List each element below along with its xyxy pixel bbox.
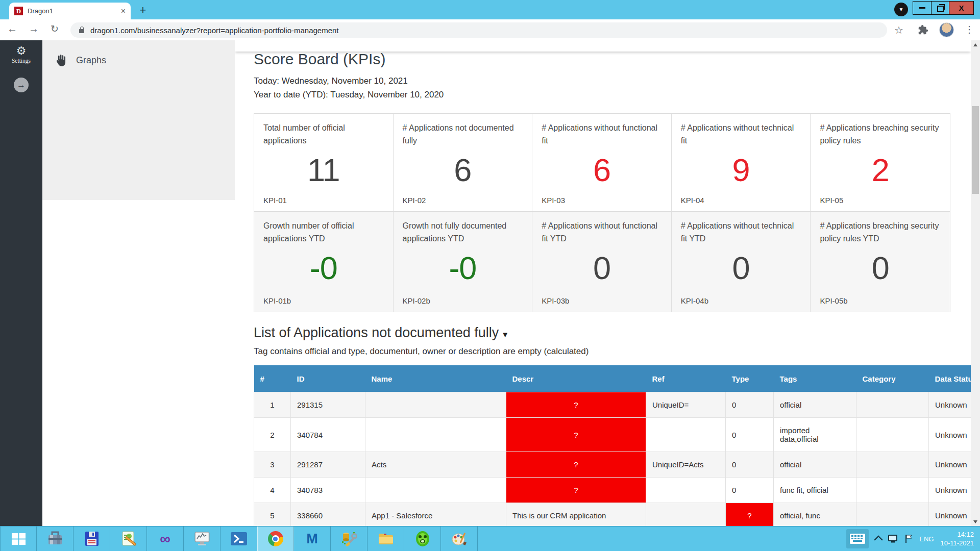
- applications-list-title[interactable]: List of Applications not documented full…: [254, 325, 509, 341]
- notepad-icon: [121, 531, 136, 547]
- table-cell: func fit, official: [774, 478, 856, 503]
- tab-title: Dragon1: [28, 7, 121, 15]
- display-tray-icon[interactable]: [888, 535, 898, 543]
- kpi-label: Growth not fully documented applications…: [403, 220, 523, 245]
- build-tools-icon: [341, 531, 357, 546]
- table-cell: 3: [254, 452, 291, 478]
- kpi-value: 6: [542, 152, 662, 188]
- kpi-label: # Applications breaching security policy…: [820, 122, 941, 147]
- column-header: Type: [726, 365, 774, 392]
- forward-button[interactable]: →: [29, 23, 39, 35]
- back-button[interactable]: ←: [7, 23, 17, 35]
- browser-tab[interactable]: D Dragon1 ×: [9, 3, 131, 19]
- minimize-icon: [919, 7, 925, 9]
- floppy-save-icon: [84, 531, 100, 546]
- kpi-code: KPI-05: [820, 196, 843, 205]
- kpi-code: KPI-02: [403, 196, 426, 205]
- taskbar-item-paint[interactable]: [441, 527, 478, 551]
- hidden-icons-chevron[interactable]: [874, 536, 883, 544]
- table-cell: 2: [254, 418, 291, 452]
- taskbar-item-file-explorer[interactable]: [368, 527, 404, 551]
- table-cell: 1: [254, 392, 291, 418]
- media-app-icon: [415, 531, 430, 547]
- expand-arrow-button[interactable]: →: [14, 78, 29, 92]
- url-text[interactable]: dragon1.com/businessanalyzer?report=appl…: [90, 26, 339, 35]
- kpi-card-kpi-01: Total number of official applications11K…: [254, 114, 394, 212]
- windows-start-icon: [11, 532, 26, 546]
- scrollbar-thumb[interactable]: [972, 106, 979, 194]
- column-header: #: [254, 365, 291, 392]
- scroll-up-button[interactable]: [971, 40, 980, 49]
- applications-table: #IDNameDescrRefTypeTagsCategoryData Stat…: [254, 365, 971, 526]
- column-header: Descr: [506, 365, 646, 392]
- table-cell: [365, 418, 506, 452]
- taskbar-item-save-tool[interactable]: [74, 527, 110, 551]
- new-tab-button[interactable]: +: [136, 4, 150, 17]
- scroll-up-icon: [973, 43, 977, 46]
- restore-button[interactable]: [931, 2, 949, 14]
- kpi-value: 11: [263, 152, 384, 188]
- table-cell: 338660: [291, 503, 365, 527]
- taskbar-item-powershell[interactable]: [220, 527, 257, 551]
- taskbar-item-build-tools[interactable]: [331, 527, 368, 551]
- lock-icon[interactable]: [79, 29, 84, 33]
- kpi-value: 0: [820, 249, 941, 286]
- taskbar-item-malwarebytes[interactable]: M: [294, 527, 331, 551]
- flag-tray-icon[interactable]: [904, 534, 913, 543]
- table-cell: Unknown: [929, 452, 971, 478]
- tab-close-icon[interactable]: ×: [121, 7, 126, 15]
- language-indicator[interactable]: ENG: [919, 535, 934, 543]
- kpi-grid: Total number of official applications11K…: [254, 113, 950, 312]
- today-date: Today: Wednesday, November 10, 2021: [254, 76, 408, 86]
- table-row: 4340783?0func fit, officialUnknown?...: [254, 478, 971, 503]
- extensions-puzzle-icon[interactable]: [918, 24, 928, 38]
- menu-item-graphs[interactable]: Graphs: [42, 40, 235, 67]
- table-header-row: #IDNameDescrRefTypeTagsCategoryData Stat…: [254, 365, 971, 392]
- kpi-code: KPI-02b: [403, 296, 430, 305]
- touch-keyboard-button[interactable]: [846, 529, 869, 548]
- page-scrollbar[interactable]: [971, 40, 980, 526]
- taskbar-item-chrome[interactable]: [257, 527, 294, 551]
- kpi-card-kpi-04: # Applications without technical fit9KPI…: [672, 114, 811, 212]
- visual-studio-icon: ∞: [160, 531, 170, 546]
- address-bar[interactable]: dragon1.com/businessanalyzer?report=appl…: [70, 22, 887, 38]
- table-cell: UniqueID=: [646, 392, 726, 418]
- table-cell: 340784: [291, 418, 365, 452]
- profile-avatar[interactable]: [939, 22, 954, 37]
- kpi-card-kpi-02: # Applications not documented fully6KPI-…: [394, 114, 533, 212]
- bookmark-star-icon[interactable]: ☆: [894, 24, 903, 36]
- scroll-down-button[interactable]: [971, 517, 980, 526]
- kpi-label: Growth number of official applications Y…: [263, 220, 384, 245]
- table-cell: [856, 392, 929, 418]
- taskbar-item-visual-studio[interactable]: ∞: [147, 527, 184, 551]
- kpi-label: # Applications without technical fit: [681, 122, 801, 147]
- start-button[interactable]: [0, 527, 37, 551]
- minimize-button[interactable]: [913, 2, 931, 14]
- toolbox-icon: [47, 531, 63, 546]
- taskbar-clock[interactable]: 14:12 10-11-2021: [940, 530, 974, 547]
- close-button[interactable]: X: [949, 2, 973, 14]
- kpi-card-kpi-02b: Growth not fully documented applications…: [394, 212, 533, 312]
- reload-button[interactable]: ↻: [51, 23, 59, 35]
- alert-cell: ?: [726, 503, 774, 527]
- column-header: Tags: [774, 365, 856, 392]
- tab-search-button[interactable]: ▼: [894, 3, 908, 16]
- sidebar-item-settings[interactable]: ⚙ Settings: [0, 40, 42, 64]
- taskbar-item-notepad[interactable]: [110, 527, 147, 551]
- column-header: Name: [365, 365, 506, 392]
- kpi-card-kpi-03: # Applications without functional fit6KP…: [532, 114, 672, 212]
- taskbar-item-toolbox[interactable]: [37, 527, 74, 551]
- report-main-area: Score Board (KPIs) Today: Wednesday, Nov…: [235, 40, 971, 526]
- kpi-card-kpi-01b: Growth number of official applications Y…: [254, 212, 394, 312]
- taskbar-item-media-app[interactable]: [404, 527, 441, 551]
- kpi-label: Total number of official applications: [263, 122, 384, 147]
- table-cell: official, func: [774, 503, 856, 527]
- window-titlebar: D Dragon1 × + ▼ X: [0, 0, 980, 19]
- system-monitor-icon: [194, 531, 210, 546]
- chevron-down-icon[interactable]: ▼: [501, 330, 509, 339]
- kpi-code: KPI-01: [263, 196, 287, 205]
- taskbar-item-system-monitor[interactable]: [184, 527, 220, 551]
- windows-taskbar: ∞ M: [0, 526, 980, 551]
- browser-menu-button[interactable]: ⋮: [965, 24, 974, 35]
- table-row: 5338660App1 - SalesforceThis is our CRM …: [254, 503, 971, 527]
